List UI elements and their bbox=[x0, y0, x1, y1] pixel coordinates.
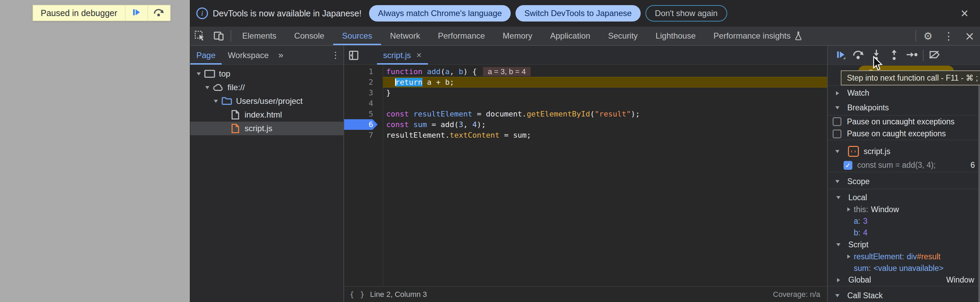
section-arrow[interactable] bbox=[832, 106, 843, 109]
tab-performance-insights[interactable]: Performance insights bbox=[705, 27, 812, 45]
notification-close-icon[interactable]: × bbox=[955, 7, 974, 20]
always-match-language-button[interactable]: Always match Chrome's language bbox=[369, 5, 511, 22]
breakpoint-checkbox[interactable]: ✓ bbox=[843, 161, 853, 170]
scope-var-sum[interactable]: sum:<value unavailable> bbox=[828, 262, 980, 274]
switch-devtools-japanese-button[interactable]: Switch DevTools to Japanese bbox=[515, 5, 641, 22]
deactivate-breakpoints-button[interactable] bbox=[926, 47, 943, 63]
tab-elements[interactable]: Elements bbox=[233, 27, 285, 45]
tab-lighthouse[interactable]: Lighthouse bbox=[646, 27, 704, 45]
code-line-5[interactable]: 5const resultElement = document.getEleme… bbox=[344, 109, 827, 119]
section-arrow[interactable] bbox=[832, 180, 843, 183]
tab-memory[interactable]: Memory bbox=[494, 27, 541, 45]
scope-group-arrow[interactable] bbox=[833, 278, 843, 282]
step-out-button[interactable] bbox=[885, 47, 903, 63]
tab-page[interactable]: Page bbox=[190, 46, 222, 65]
code-token: getElementById bbox=[527, 110, 590, 118]
group-arrow[interactable] bbox=[832, 150, 843, 153]
expand-arrow[interactable] bbox=[203, 86, 212, 89]
step-over-button[interactable] bbox=[850, 47, 867, 63]
expand-arrow[interactable] bbox=[212, 100, 220, 103]
tab-close-icon[interactable]: × bbox=[416, 50, 422, 60]
devtools-close-icon[interactable]: × bbox=[959, 29, 980, 43]
step-over-button[interactable] bbox=[148, 5, 170, 21]
section-breakpoints[interactable]: Breakpoints bbox=[828, 100, 980, 115]
tab-overflow-icon[interactable]: » bbox=[275, 50, 286, 60]
dont-show-again-button[interactable]: Don't show again bbox=[646, 5, 727, 22]
file-tree: topfile://Users/user/projectindex.htmlsc… bbox=[190, 65, 344, 135]
tree-item-top[interactable]: top bbox=[190, 67, 344, 81]
breakpoint-line-number[interactable]: 6 bbox=[344, 119, 383, 130]
tree-item-users-user-project[interactable]: Users/user/project bbox=[190, 94, 344, 108]
section-call-stack[interactable]: Call Stack bbox=[828, 288, 980, 302]
sidebar-scrollbar[interactable] bbox=[978, 85, 980, 302]
resume-button[interactable] bbox=[832, 47, 850, 63]
file-html-icon bbox=[229, 109, 241, 120]
section-scope[interactable]: Scope bbox=[828, 174, 980, 189]
settings-gear-icon[interactable]: ⚙ bbox=[918, 30, 938, 42]
scope-group-global[interactable]: GlobalWindow bbox=[828, 274, 980, 286]
section-arrow[interactable] bbox=[832, 294, 843, 297]
var-expand-arrow[interactable] bbox=[843, 207, 854, 212]
tree-item-script-js[interactable]: script.js bbox=[190, 122, 344, 135]
breakpoint-group-script.js[interactable]: ‹›script.js bbox=[828, 144, 980, 158]
code-line-2[interactable]: 2 return a + b; bbox=[344, 77, 827, 87]
line-number[interactable]: 4 bbox=[344, 98, 383, 109]
checkbox-row-pause-on-caught-exceptions[interactable]: Pause on caught exceptions bbox=[828, 128, 980, 140]
scope-var-a[interactable]: a:3 bbox=[828, 215, 980, 227]
checkbox[interactable] bbox=[832, 130, 842, 138]
tab-network[interactable]: Network bbox=[381, 27, 429, 45]
checkbox-row-pause-on-uncaught-exceptions[interactable]: Pause on uncaught exceptions bbox=[828, 115, 980, 128]
toolbar-right-controls: ⚙ ⋮ × bbox=[913, 27, 980, 45]
scope-var-this[interactable]: this:Window bbox=[828, 204, 980, 215]
device-toolbar-icon[interactable] bbox=[209, 27, 229, 45]
notification-message: DevTools is now available in Japanese! bbox=[213, 8, 361, 19]
toggle-navigator-icon[interactable] bbox=[344, 46, 363, 64]
tab-application[interactable]: Application bbox=[541, 27, 599, 45]
line-number[interactable]: 7 bbox=[344, 130, 383, 141]
line-number[interactable]: 5 bbox=[344, 109, 383, 119]
line-number[interactable]: 1 bbox=[344, 66, 383, 77]
navigator-menu-icon[interactable]: ⋮ bbox=[328, 50, 344, 60]
expand-arrow[interactable] bbox=[194, 73, 203, 76]
scope-group-local[interactable]: Local bbox=[828, 191, 980, 204]
section-watch[interactable]: Watch bbox=[828, 85, 980, 100]
line-number[interactable]: 2 bbox=[344, 77, 383, 87]
code-text bbox=[383, 98, 827, 109]
scope-group-script[interactable]: Script bbox=[828, 239, 980, 251]
code-line-6[interactable]: 6const sum = add(3, 4); bbox=[344, 119, 827, 130]
scope-group-arrow[interactable] bbox=[833, 196, 843, 199]
code-line-7[interactable]: 7resultElement.textContent = sum; bbox=[344, 130, 827, 141]
tree-item-file-[interactable]: file:// bbox=[190, 81, 344, 94]
code-line-1[interactable]: 1function add(a, b) {a = 3, b = 4 bbox=[344, 66, 827, 77]
scope-var-resultElement[interactable]: resultElement:div#result bbox=[828, 251, 980, 262]
step-over-icon bbox=[853, 49, 865, 62]
more-options-icon[interactable]: ⋮ bbox=[938, 30, 959, 42]
tree-item-index-html[interactable]: index.html bbox=[190, 108, 344, 122]
toolbar-divider bbox=[231, 30, 231, 42]
tab-console[interactable]: Console bbox=[285, 27, 333, 45]
var-colon: : bbox=[866, 205, 868, 214]
code-line-4[interactable]: 4 bbox=[344, 98, 827, 109]
tab-performance[interactable]: Performance bbox=[429, 27, 493, 45]
breakpoint-entry[interactable]: ✓const sum = add(3, 4);6 bbox=[828, 158, 980, 172]
tab-workspace[interactable]: Workspace bbox=[222, 46, 275, 65]
code-line-3[interactable]: 3} bbox=[344, 87, 827, 98]
scope-group-arrow[interactable] bbox=[833, 243, 843, 246]
resume-script-button[interactable] bbox=[125, 5, 148, 21]
step-button[interactable] bbox=[903, 47, 921, 63]
code-token: add bbox=[427, 67, 441, 76]
section-label: Breakpoints bbox=[847, 103, 889, 112]
pretty-print-icon[interactable]: { } bbox=[350, 290, 365, 299]
scope-var-b[interactable]: b:4 bbox=[828, 227, 980, 239]
section-arrow[interactable] bbox=[832, 91, 843, 95]
checkbox[interactable] bbox=[832, 117, 842, 126]
chevron-down-icon bbox=[835, 180, 839, 183]
tab-sources[interactable]: Sources bbox=[333, 27, 381, 45]
var-expand-arrow[interactable] bbox=[843, 255, 854, 259]
code-editor[interactable]: 1function add(a, b) {a = 3, b = 42 retur… bbox=[344, 66, 827, 286]
tab-security[interactable]: Security bbox=[599, 27, 647, 45]
line-number[interactable]: 3 bbox=[344, 87, 383, 98]
editor-tab-scriptjs[interactable]: script.js × bbox=[377, 46, 428, 65]
inspect-element-icon[interactable] bbox=[190, 27, 209, 45]
deactivate-breakpoints-icon bbox=[928, 49, 941, 62]
